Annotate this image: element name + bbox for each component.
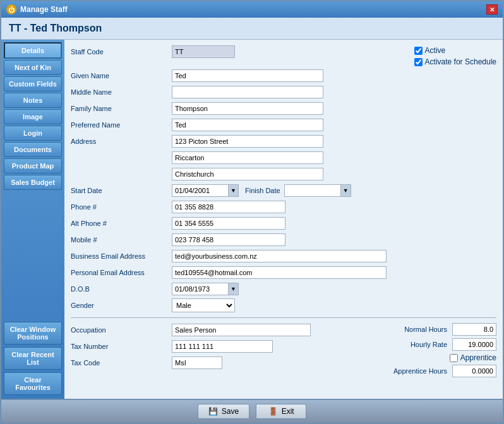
page-title: TT - Ted Thompson bbox=[1, 18, 503, 40]
bottom-section: Occupation Tax Number Tax Code bbox=[71, 323, 496, 380]
apprentice-hours-label: Apprentice Hours bbox=[393, 367, 447, 375]
finish-date-label: Finish Date bbox=[245, 187, 280, 194]
sidebar-item-next-of-kin[interactable]: Next of Kin bbox=[4, 60, 62, 75]
tax-code-label: Tax Code bbox=[71, 359, 172, 367]
close-button[interactable]: ✕ bbox=[486, 4, 498, 15]
window-icon: ⏻ bbox=[6, 4, 16, 15]
normal-hours-input[interactable] bbox=[452, 323, 496, 336]
main-form: Staff Code Active Activate for Schedule bbox=[64, 40, 503, 399]
alt-phone-label: Alt Phone # bbox=[71, 220, 172, 227]
exit-icon: 🚪 bbox=[268, 407, 278, 416]
clear-window-positions-button[interactable]: Clear Window Positions bbox=[4, 322, 62, 344]
window-title: Manage Staff bbox=[20, 5, 68, 14]
business-email-input[interactable] bbox=[172, 250, 387, 262]
sidebar-item-details[interactable]: Details bbox=[4, 42, 62, 59]
save-icon: 💾 bbox=[208, 407, 218, 416]
staff-code-label: Staff Code bbox=[71, 48, 172, 56]
active-checkbox-label[interactable]: Active bbox=[414, 46, 496, 55]
occupation-label: Occupation bbox=[71, 326, 172, 334]
clear-favourites-button[interactable]: Clear Favourites bbox=[4, 372, 62, 395]
footer-bar: 💾 Save 🚪 Exit bbox=[1, 399, 503, 423]
alt-phone-input[interactable] bbox=[172, 217, 285, 230]
start-date-input[interactable] bbox=[172, 184, 229, 197]
gender-select[interactable]: Male Female Other bbox=[172, 298, 235, 312]
hourly-rate-label: Hourly Rate bbox=[411, 341, 447, 348]
sidebar-item-login[interactable]: Login bbox=[4, 126, 62, 141]
address-label: Address bbox=[71, 138, 172, 145]
active-checkbox[interactable] bbox=[414, 47, 423, 55]
dob-input[interactable] bbox=[172, 283, 229, 295]
occupation-input[interactable] bbox=[172, 324, 311, 336]
activate-for-schedule-checkbox[interactable] bbox=[414, 58, 423, 66]
bottom-right-panel: Normal Hours Hourly Rate Apprentice bbox=[357, 323, 496, 380]
preferred-name-label: Preferred Name bbox=[71, 121, 172, 129]
address-line3-input[interactable] bbox=[172, 168, 323, 180]
apprentice-checkbox-label[interactable]: Apprentice bbox=[450, 353, 496, 362]
personal-email-label: Personal Email Address bbox=[71, 269, 172, 276]
hourly-rate-input[interactable] bbox=[452, 338, 496, 351]
dob-dropdown[interactable]: ▼ bbox=[229, 283, 239, 295]
family-name-input[interactable] bbox=[172, 102, 323, 115]
save-button[interactable]: 💾 Save bbox=[198, 404, 249, 419]
dob-label: D.O.B bbox=[71, 285, 172, 293]
start-date-label: Start Date bbox=[71, 187, 172, 194]
sidebar-item-sales-budget[interactable]: Sales Budget bbox=[4, 175, 62, 190]
business-email-label: Business Email Address bbox=[71, 252, 172, 260]
apprentice-checkbox[interactable] bbox=[450, 354, 458, 362]
phone-input[interactable] bbox=[172, 201, 285, 213]
bottom-left-panel: Occupation Tax Number Tax Code bbox=[71, 323, 345, 380]
mobile-label: Mobile # bbox=[71, 236, 172, 244]
given-name-label: Given Name bbox=[71, 72, 172, 80]
tax-code-input[interactable] bbox=[172, 356, 222, 369]
preferred-name-input[interactable] bbox=[172, 119, 323, 131]
finish-date-dropdown[interactable]: ▼ bbox=[341, 184, 351, 197]
apprentice-hours-input[interactable] bbox=[452, 365, 496, 377]
normal-hours-label: Normal Hours bbox=[404, 326, 447, 333]
title-bar: ⏻ Manage Staff ✕ bbox=[1, 1, 503, 18]
finish-date-input[interactable] bbox=[284, 184, 341, 197]
given-name-input[interactable] bbox=[172, 69, 323, 82]
phone-label: Phone # bbox=[71, 203, 172, 211]
sidebar-item-custom-fields[interactable]: Custom Fields bbox=[4, 76, 62, 91]
main-window: ⏻ Manage Staff ✕ TT - Ted Thompson Detai… bbox=[0, 0, 504, 424]
address-line2-input[interactable] bbox=[172, 151, 323, 164]
tax-number-input[interactable] bbox=[172, 340, 273, 353]
middle-name-label: Middle Name bbox=[71, 88, 172, 96]
sidebar-item-notes[interactable]: Notes bbox=[4, 93, 62, 108]
address-line1-input[interactable] bbox=[172, 135, 323, 148]
start-date-dropdown[interactable]: ▼ bbox=[229, 184, 239, 197]
staff-code-input[interactable] bbox=[172, 45, 235, 58]
exit-button[interactable]: 🚪 Exit bbox=[256, 404, 306, 419]
sidebar: Details Next of Kin Custom Fields Notes … bbox=[1, 40, 64, 399]
sidebar-item-documents[interactable]: Documents bbox=[4, 142, 62, 157]
clear-recent-list-button[interactable]: Clear Recent List bbox=[4, 347, 62, 370]
family-name-label: Family Name bbox=[71, 105, 172, 112]
sidebar-item-image[interactable]: Image bbox=[4, 109, 62, 124]
gender-label: Gender bbox=[71, 302, 172, 309]
middle-name-input[interactable] bbox=[172, 86, 323, 98]
activate-for-schedule-checkbox-label[interactable]: Activate for Schedule bbox=[414, 57, 496, 66]
content-area: Details Next of Kin Custom Fields Notes … bbox=[1, 40, 503, 399]
tax-number-label: Tax Number bbox=[71, 343, 172, 350]
personal-email-input[interactable] bbox=[172, 266, 387, 279]
sidebar-item-product-map[interactable]: Product Map bbox=[4, 158, 62, 174]
mobile-input[interactable] bbox=[172, 233, 285, 246]
